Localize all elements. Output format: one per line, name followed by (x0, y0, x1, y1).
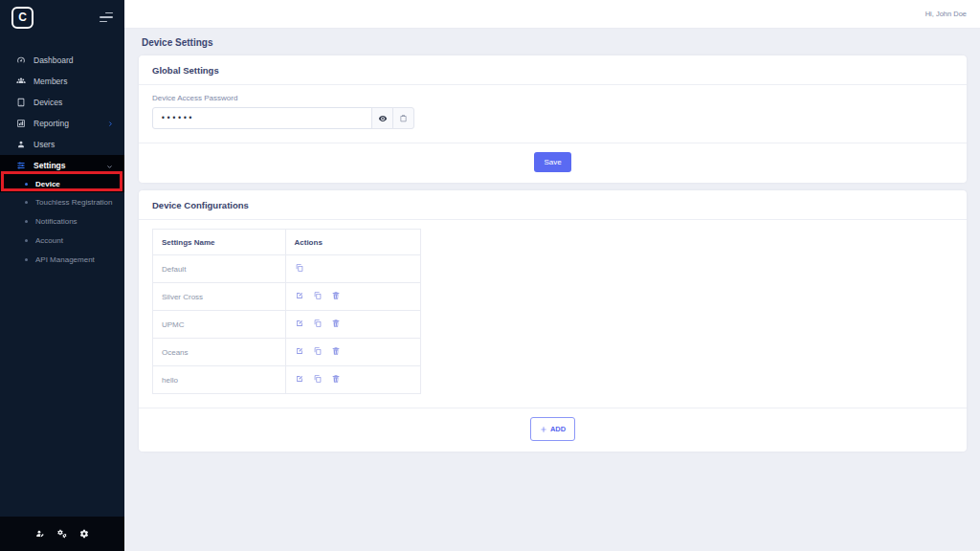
delete-button[interactable] (331, 346, 341, 356)
actions-cell (285, 366, 421, 394)
password-input-group (152, 107, 953, 129)
delete-button[interactable] (331, 319, 341, 328)
sidebar-header: C (0, 0, 124, 34)
sidebar-item-label: Settings (33, 161, 66, 170)
app-logo[interactable]: C (11, 7, 33, 29)
delete-icon (331, 374, 341, 384)
edit-button[interactable] (295, 319, 304, 328)
sidebar-item-users[interactable]: Users (0, 134, 124, 155)
edit-icon (295, 374, 304, 384)
copy-button[interactable] (295, 263, 304, 273)
delete-icon (331, 346, 341, 356)
copy-icon (313, 291, 323, 300)
settings-name-cell: Silver Cross (153, 283, 286, 311)
reporting-icon (16, 119, 26, 128)
global-settings-footer: Save (139, 143, 967, 183)
gear-icon (79, 529, 89, 539)
settings-name-cell: hello (153, 366, 286, 394)
cogs-button[interactable] (57, 529, 67, 539)
edit-icon (295, 319, 304, 328)
sidebar-subitem-label: Notifications (35, 217, 78, 226)
configurations-table: Settings NameActions DefaultSilver Cross… (152, 229, 421, 394)
user-edit-icon (35, 529, 45, 539)
copy-icon (313, 374, 323, 384)
chevron-right-icon (106, 121, 113, 127)
sidebar-item-reporting[interactable]: Reporting (0, 113, 124, 134)
main-area: Hi, John Doe Device Settings Global Sett… (124, 0, 980, 551)
copy-button[interactable] (313, 291, 323, 300)
add-button-label: ADD (550, 425, 566, 433)
sidebar-item-label: Reporting (33, 119, 69, 128)
eye-icon (378, 114, 388, 123)
bullet-icon (25, 220, 28, 223)
sidebar-subitem-account[interactable]: Account (0, 231, 124, 250)
delete-button[interactable] (331, 291, 341, 300)
edit-button[interactable] (295, 346, 304, 356)
copy-button[interactable] (313, 346, 323, 356)
chevron-down-icon (106, 163, 113, 169)
sidebar-subitem-label: Device (35, 180, 60, 188)
copy-button[interactable] (313, 319, 323, 328)
copy-icon (295, 263, 304, 273)
sidebar-subitem-notifications[interactable]: Notifications (0, 211, 124, 231)
devices-icon (16, 98, 26, 107)
sidebar-footer (0, 517, 124, 551)
device-configurations-body: Settings NameActions DefaultSilver Cross… (139, 220, 967, 408)
copy-password-button[interactable] (392, 107, 414, 129)
add-button[interactable]: ADD (530, 417, 575, 441)
table-row: UPMC (153, 311, 421, 339)
edit-button[interactable] (295, 291, 304, 300)
global-settings-card: Global Settings Device Access Password (139, 55, 967, 183)
menu-toggle-icon[interactable] (100, 12, 113, 23)
sidebar-item-label: Users (33, 140, 55, 149)
sidebar-subitem-touchless-registration[interactable]: Touchless Registration (0, 192, 124, 211)
copy-icon (313, 319, 323, 328)
device-configurations-footer: ADD (139, 408, 967, 452)
sidebar-subitem-device[interactable]: Device (0, 176, 124, 192)
settings-name-cell: Default (153, 255, 286, 283)
sidebar-item-dashboard[interactable]: Dashboard (0, 50, 124, 71)
table-header-actions: Actions (285, 230, 421, 255)
sidebar-item-label: Members (33, 77, 67, 86)
bullet-icon (25, 239, 28, 242)
sidebar-item-settings[interactable]: Settings (0, 155, 124, 176)
toggle-password-visibility-button[interactable] (371, 107, 393, 129)
sidebar-nav: DashboardMembersDevicesReportingUsersSet… (0, 50, 124, 269)
device-configurations-title: Device Configurations (139, 190, 967, 220)
user-edit-button[interactable] (35, 529, 45, 539)
sidebar-subitem-api-management[interactable]: API Management (0, 250, 124, 269)
cogs-icon (57, 529, 67, 539)
password-input[interactable] (152, 107, 372, 129)
sidebar: C DashboardMembersDevicesReportingUsersS… (0, 0, 124, 551)
delete-button[interactable] (331, 374, 341, 384)
table-row: hello (153, 366, 421, 394)
dashboard-icon (16, 55, 26, 65)
table-header-settings-name: Settings Name (153, 230, 286, 255)
copy-button[interactable] (313, 374, 323, 384)
sidebar-item-label: Dashboard (33, 55, 74, 65)
save-button[interactable]: Save (534, 152, 570, 172)
edit-icon (295, 291, 304, 300)
gear-button[interactable] (79, 529, 89, 539)
global-settings-title: Global Settings (139, 55, 967, 85)
sidebar-item-devices[interactable]: Devices (0, 92, 124, 113)
edit-icon (295, 346, 304, 356)
settings-name-cell: UPMC (153, 311, 286, 339)
sidebar-subitem-label: API Management (35, 255, 95, 264)
table-row: Default (153, 255, 421, 283)
sidebar-item-members[interactable]: Members (0, 71, 124, 92)
users-icon (16, 140, 26, 149)
actions-cell (285, 339, 421, 366)
delete-icon (331, 319, 341, 328)
app-logo-letter: C (18, 11, 27, 24)
copy-icon (313, 346, 323, 356)
bullet-icon (25, 201, 28, 204)
table-row: Oceans (153, 339, 421, 366)
table-row: Silver Cross (153, 283, 421, 311)
global-settings-body: Device Access Password (139, 85, 967, 143)
user-greeting[interactable]: Hi, John Doe (925, 10, 967, 18)
bullet-icon (25, 258, 28, 261)
edit-button[interactable] (295, 374, 304, 384)
actions-cell (285, 255, 421, 283)
plus-icon (540, 426, 547, 433)
